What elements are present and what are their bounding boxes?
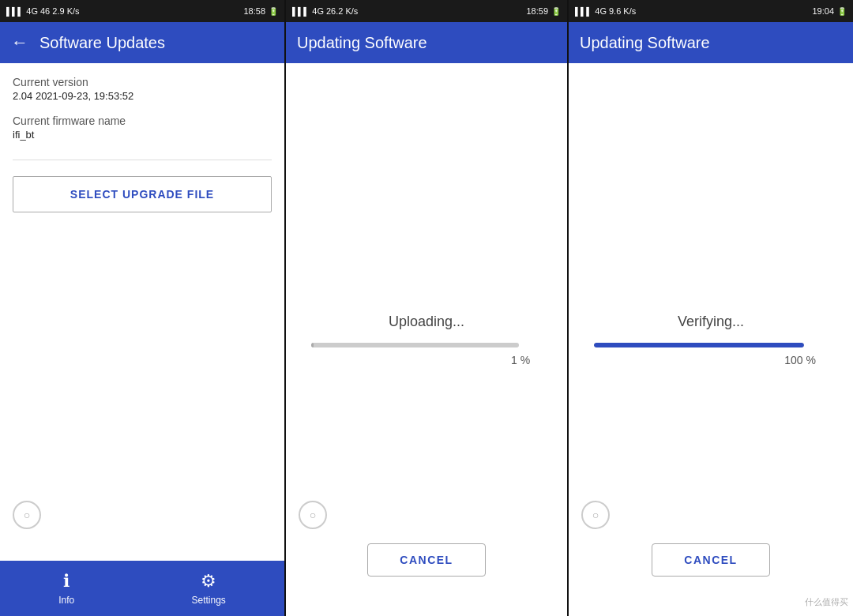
current-version-value: 2.04 2021-09-23, 19:53:52 [13, 90, 272, 102]
network-speed-1: 4G 46 2.9 K/s [26, 6, 79, 16]
upload-status-text: Uploading... [389, 314, 464, 330]
nav-info-1[interactable]: ℹ Info [58, 571, 74, 606]
signal-icon-1: ▌▌▌ [6, 7, 23, 16]
network-speed-3: 4G 9.6 K/s [595, 6, 636, 16]
divider-1 [13, 160, 272, 160]
signal-icon-2: ▌▌▌ [292, 7, 309, 16]
status-bar-3: ▌▌▌ 4G 9.6 K/s 19:04 🔋 [569, 0, 853, 22]
cancel-button-3[interactable]: CANCEL [652, 543, 769, 577]
nav-settings-label-1: Settings [191, 595, 225, 606]
progress-percent-3: 100 % [784, 354, 816, 366]
status-left-3: ▌▌▌ 4G 9.6 K/s [575, 6, 636, 16]
bottom-nav-1: ℹ Info ⚙ Settings [0, 561, 284, 616]
time-1: 18:58 [243, 6, 265, 16]
circle-icon-3: ○ [581, 501, 610, 529]
battery-icon-2: 🔋 [551, 7, 561, 16]
watermark: 什么值得买 [805, 596, 848, 608]
screen-2: ▌▌▌ 4G 26.2 K/s 18:59 🔋 Updating Softwar… [286, 0, 569, 616]
current-firmware-label: Current firmware name [13, 115, 272, 127]
network-speed-2: 4G 26.2 K/s [312, 6, 358, 16]
back-button-1[interactable]: ← [11, 32, 28, 53]
circle-glyph-1: ○ [24, 509, 30, 521]
status-left-2: ▌▌▌ 4G 26.2 K/s [292, 6, 358, 16]
current-firmware-value: ifi_bt [13, 129, 272, 141]
screen2-content: Uploading... 1 % ○ CANCEL [286, 63, 567, 616]
screen-1: ▌▌▌ 4G 46 2.9 K/s 18:58 🔋 ← Software Upd… [0, 0, 286, 616]
progress-bar-container-2 [311, 343, 518, 347]
current-version-label: Current version [13, 76, 272, 88]
page-title-3: Updating Software [580, 34, 710, 52]
circle-glyph-3: ○ [592, 509, 599, 521]
nav-info-label-1: Info [58, 595, 74, 606]
progress-bar-fill-3 [594, 343, 804, 347]
select-upgrade-button[interactable]: SELECT UPGRADE FILE [13, 176, 272, 212]
status-right-1: 18:58 🔋 [243, 6, 278, 16]
screen1-content: Current version 2.04 2021-09-23, 19:53:5… [0, 63, 284, 561]
time-3: 19:04 [812, 6, 834, 16]
screen-3: ▌▌▌ 4G 9.6 K/s 19:04 🔋 Updating Software… [569, 0, 853, 616]
battery-icon-1: 🔋 [269, 7, 278, 16]
circle-icon-1: ○ [13, 501, 41, 529]
page-title-2: Updating Software [297, 34, 427, 52]
progress-percent-2: 1 % [511, 354, 530, 366]
progress-bar-container-3 [594, 343, 804, 347]
circle-icon-2: ○ [299, 501, 327, 529]
progress-section-3: 100 % [594, 343, 827, 366]
status-bar-1: ▌▌▌ 4G 46 2.9 K/s 18:58 🔋 [0, 0, 284, 22]
app-header-1: ← Software Updates [0, 22, 284, 63]
status-right-2: 18:59 🔋 [526, 6, 561, 16]
status-right-3: 19:04 🔋 [812, 6, 847, 16]
progress-bar-fill-2 [311, 343, 314, 347]
time-2: 18:59 [526, 6, 548, 16]
circle-glyph-2: ○ [310, 509, 316, 521]
settings-icon-1: ⚙ [201, 571, 216, 592]
app-header-3: Updating Software [569, 22, 853, 63]
cancel-button-2[interactable]: CANCEL [367, 543, 485, 577]
screen3-content: Verifying... 100 % ○ CANCEL 什么值得买 [569, 63, 853, 616]
page-title-1: Software Updates [39, 34, 165, 52]
progress-section-2: 1 % [311, 343, 542, 366]
status-left-1: ▌▌▌ 4G 46 2.9 K/s [6, 6, 80, 16]
nav-settings-1[interactable]: ⚙ Settings [191, 571, 225, 606]
signal-icon-3: ▌▌▌ [575, 7, 592, 16]
screens-container: ▌▌▌ 4G 46 2.9 K/s 18:58 🔋 ← Software Upd… [0, 0, 853, 616]
status-bar-2: ▌▌▌ 4G 26.2 K/s 18:59 🔋 [286, 0, 567, 22]
battery-icon-3: 🔋 [837, 7, 847, 16]
info-icon-1: ℹ [63, 571, 70, 592]
app-header-2: Updating Software [286, 22, 567, 63]
verify-status-text: Verifying... [678, 314, 744, 330]
